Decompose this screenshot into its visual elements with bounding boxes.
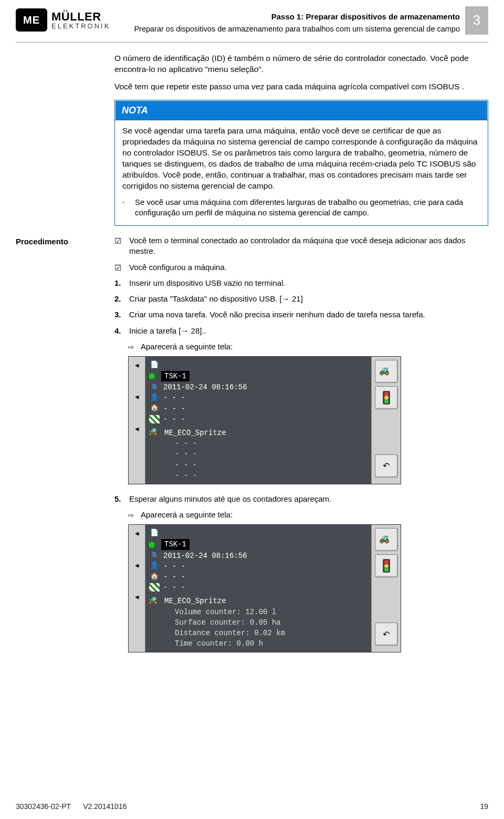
terminal-left-bar: ◂ ◂ ◂: [129, 525, 145, 652]
step-4-result: ⇨ Aparecerá a seguinte tela:: [128, 341, 488, 352]
terminal-main: 📄 TSK-1 🗎2011-02-24 08:16:56 👤- - - 🏠- -…: [145, 525, 371, 652]
note-p1: Se você agendar uma tarefa para uma máqu…: [122, 126, 480, 192]
header-right: Passo 1: Preparar dispositivos de armaze…: [118, 8, 488, 35]
task-icon: 📄: [149, 360, 160, 370]
step-4: 4. Inicie a tarefa [ 28]..: [114, 326, 488, 336]
diamond-icon: ◦: [122, 197, 130, 219]
counter-surface: Surface counter: 0.05 ha: [175, 618, 281, 627]
step-number: 4.: [114, 326, 124, 336]
note-box: NOTA Se você agendar uma tarefa para uma…: [114, 100, 488, 226]
result-arrow-icon: ⇨: [128, 341, 136, 352]
intro-p1: O número de identificação (ID) é também …: [114, 53, 488, 75]
step-2: 2. Criar pasta "Taskdata" no dispositivo…: [114, 294, 488, 304]
note-p2: Se você usar uma máquina com diferentes …: [135, 197, 480, 219]
step-5-text: Esperar alguns minutos até que os contad…: [129, 494, 331, 504]
left-tick-icon: ◂: [135, 592, 139, 602]
header-title-2: Preparar os dispositivos de armazenament…: [118, 24, 460, 35]
precondition-2-text: Você configurou a máquina.: [129, 262, 227, 273]
terminal-softkeys: ↶: [371, 525, 401, 652]
tractor-icon: [149, 429, 161, 437]
procedure-col: ☑ Você tem o terminal conectado ao contr…: [114, 235, 488, 662]
counter-volume: Volume counter: 12.00 l: [175, 607, 276, 617]
intro-section: O número de identificação (ID) é também …: [16, 53, 488, 235]
page-number: 19: [480, 802, 488, 812]
step-number: 1.: [114, 278, 124, 288]
doc-number: 30302436-02-PT: [16, 802, 71, 811]
left-tick-icon: ◂: [135, 391, 139, 402]
step-4-text: Inicie a tarefa [ 28]..: [129, 326, 206, 336]
person-icon: 👤: [149, 393, 160, 403]
softkey-overview[interactable]: [375, 360, 398, 383]
doc-version: V2.20141016: [83, 802, 127, 811]
procedure-label: Procedimento: [16, 235, 105, 662]
softkey-traffic[interactable]: [375, 554, 398, 577]
sub-value: - - -: [175, 471, 197, 480]
counter-distance: Distance counter: 0.02 km: [175, 628, 285, 638]
step-number: 3.: [114, 309, 124, 320]
step-5-result-text: Aparecerá a seguinte tela:: [141, 510, 233, 520]
task-datetime: 2011-02-24 08:16:56: [163, 382, 247, 392]
crossref-arrow-icon: [282, 294, 290, 303]
left-tick-icon: ◂: [135, 423, 139, 434]
step-1: 1. Inserir um dispositivo USB vazio no t…: [114, 278, 488, 288]
softkey-back[interactable]: ↶: [375, 454, 398, 478]
sub-value: - - -: [175, 439, 197, 448]
terminal-softkeys: ↶: [371, 357, 401, 484]
header-title-1: Passo 1: Preparar dispositivos de armaze…: [118, 12, 460, 22]
left-tick-icon: ◂: [135, 560, 139, 571]
crossref-arrow-icon: [181, 326, 188, 335]
left-tick-icon: ◂: [135, 360, 139, 370]
task-name: TSK-1: [161, 371, 190, 381]
field-icon: [149, 583, 160, 592]
house-icon: 🏠: [149, 572, 160, 582]
step-3-text: Criar uma nova tarefa. Você não precisa …: [129, 309, 425, 320]
page-footer: 30302436-02-PT V2.20141016 19: [16, 802, 488, 812]
terminal-screenshot-1: ◂ ◂ ◂ 📄 TSK-1 🗎2011-02-24 08:16:56 👤- - …: [128, 356, 488, 484]
step-3: 3. Criar uma nova tarefa. Você não preci…: [114, 309, 488, 320]
status-dot-icon: [149, 373, 155, 379]
dash-value: - - -: [163, 572, 185, 582]
task-icon: 📄: [149, 528, 160, 538]
terminal-screenshot-2: ◂ ◂ ◂ 📄 TSK-1 🗎2011-02-24 08:16:56 👤- - …: [128, 524, 488, 652]
back-arrow-icon: ↶: [383, 629, 390, 640]
task-datetime: 2011-02-24 08:16:56: [163, 551, 247, 561]
terminal-main: 📄 TSK-1 🗎2011-02-24 08:16:56 👤- - - 🏠- -…: [145, 357, 371, 484]
logo-badge: ME: [16, 8, 47, 32]
step-5-result: ⇨ Aparecerá a seguinte tela:: [128, 510, 488, 520]
page-header: ME MÜLLER ELEKTRONIK Passo 1: Preparar d…: [16, 8, 488, 35]
sub-value: - - -: [175, 460, 197, 470]
checkbox-icon: ☑: [114, 235, 124, 244]
note-body: Se você agendar uma tarefa para uma máqu…: [115, 120, 488, 225]
tractor-icon: [380, 535, 393, 544]
step-5: 5. Esperar alguns minutos até que os con…: [114, 494, 488, 504]
house-icon: 🏠: [149, 404, 160, 413]
footer-left: 30302436-02-PT V2.20141016: [16, 802, 127, 812]
terminal-left-bar: ◂ ◂ ◂: [129, 357, 145, 484]
softkey-back[interactable]: ↶: [375, 623, 398, 646]
status-dot-icon: [149, 542, 155, 548]
step-2-text: Criar pasta "Taskdata" no dispositivo US…: [129, 294, 303, 304]
field-icon: [149, 414, 160, 424]
counter-time: Time counter: 0.00 h: [175, 639, 263, 648]
intro-p2: Você tem que repetir este passo uma vez …: [114, 81, 488, 92]
step-1-text: Inserir um dispositivo USB vazio no term…: [129, 278, 286, 288]
person-icon: 👤: [149, 562, 160, 571]
sub-value: - - -: [175, 449, 197, 459]
tractor-icon: [149, 597, 161, 606]
traffic-light-icon: [383, 559, 390, 573]
precondition-1-text: Você tem o terminal conectado ao control…: [129, 235, 488, 257]
header-rule: [16, 42, 488, 43]
machine-name: ME_ECO_Spritze: [164, 596, 226, 606]
header-titles: Passo 1: Preparar dispositivos de armaze…: [118, 11, 460, 35]
procedure-section: Procedimento ☑ Você tem o terminal conec…: [16, 235, 488, 662]
back-arrow-icon: ↶: [383, 460, 390, 472]
precondition-1: ☑ Você tem o terminal conectado ao contr…: [114, 235, 488, 257]
softkey-overview[interactable]: [375, 528, 398, 551]
left-tick-icon: ◂: [135, 528, 139, 538]
logo-subline: ELEKTRONIK: [51, 23, 110, 29]
dash-value: - - -: [163, 562, 185, 571]
softkey-traffic[interactable]: [375, 386, 398, 409]
logo-brand: MÜLLER: [51, 11, 110, 23]
step-number: 2.: [114, 294, 124, 304]
traffic-light-icon: [383, 391, 390, 405]
